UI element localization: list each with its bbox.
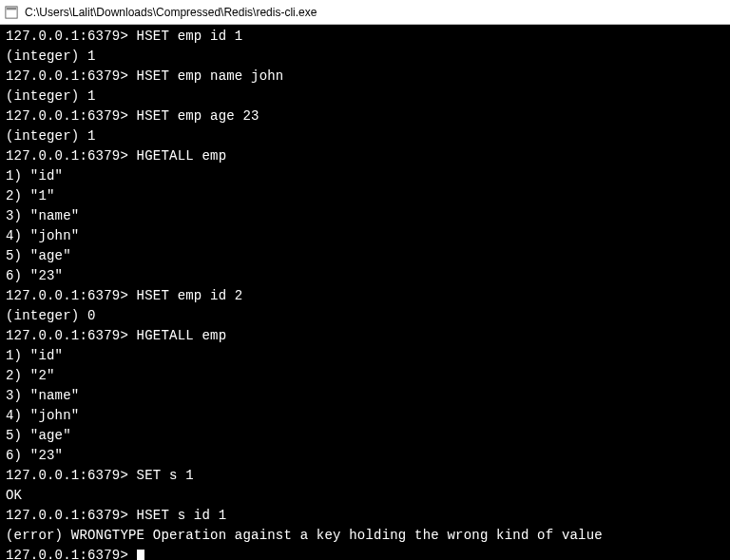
terminal-output[interactable]: 127.0.0.1:6379> HSET emp id 1(integer) 1… <box>0 25 730 560</box>
command-line: 127.0.0.1:6379> HGETALL emp <box>6 146 724 166</box>
output-line: 3) "name" <box>6 206 724 226</box>
output-line: (error) WRONGTYPE Operation against a ke… <box>6 526 724 546</box>
output-line: 6) "23" <box>6 446 724 466</box>
output-line: 2) "2" <box>6 366 724 386</box>
titlebar: C:\Users\Lalit\Downloads\Compressed\Redi… <box>0 0 730 25</box>
command-line: 127.0.0.1:6379> HSET emp id 1 <box>6 27 724 47</box>
command-line: 127.0.0.1:6379> SET s 1 <box>6 466 724 486</box>
command-line: 127.0.0.1:6379> HGETALL emp <box>6 326 724 346</box>
svg-rect-1 <box>7 7 17 10</box>
output-line: (integer) 1 <box>6 47 724 67</box>
output-line: OK <box>6 486 724 506</box>
app-icon <box>4 5 19 20</box>
prompt-line[interactable]: 127.0.0.1:6379> <box>6 546 724 560</box>
titlebar-path: C:\Users\Lalit\Downloads\Compressed\Redi… <box>25 6 317 19</box>
output-line: (integer) 0 <box>6 306 724 326</box>
command-line: 127.0.0.1:6379> HSET emp name john <box>6 67 724 87</box>
output-line: (integer) 1 <box>6 87 724 106</box>
output-line: 5) "age" <box>6 246 724 266</box>
prompt: 127.0.0.1:6379> <box>6 548 137 560</box>
output-line: 5) "age" <box>6 426 724 446</box>
command-line: 127.0.0.1:6379> HSET s id 1 <box>6 506 724 526</box>
output-line: 4) "john" <box>6 406 724 426</box>
output-line: 6) "23" <box>6 266 724 286</box>
output-line: 1) "id" <box>6 166 724 186</box>
output-line: 2) "1" <box>6 186 724 206</box>
command-line: 127.0.0.1:6379> HSET emp age 23 <box>6 106 724 126</box>
output-line: 4) "john" <box>6 226 724 246</box>
output-line: (integer) 1 <box>6 126 724 146</box>
output-line: 1) "id" <box>6 346 724 366</box>
cursor <box>137 550 144 560</box>
command-line: 127.0.0.1:6379> HSET emp id 2 <box>6 286 724 306</box>
output-line: 3) "name" <box>6 386 724 406</box>
